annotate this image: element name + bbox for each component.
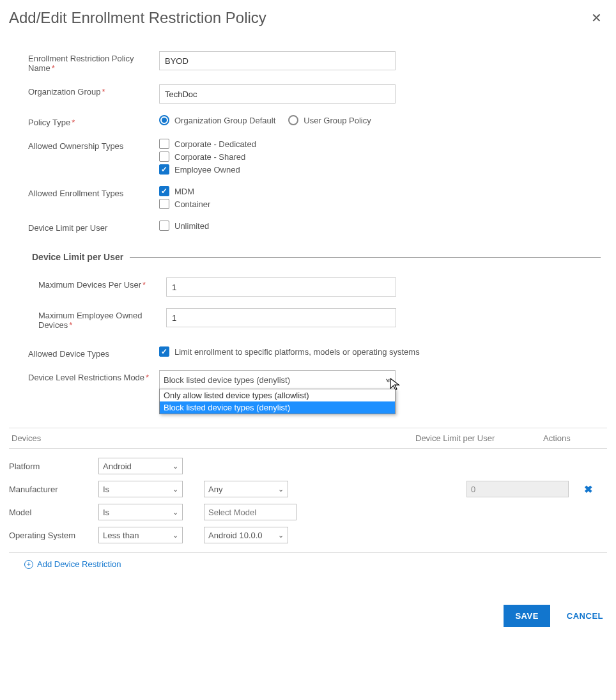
os-label: Operating System bbox=[9, 531, 98, 540]
org-group-input[interactable] bbox=[159, 84, 396, 104]
enrollment-container-checkbox[interactable] bbox=[159, 199, 169, 209]
restrictions-mode-label: Device Level Restrictions Mode* bbox=[28, 370, 159, 382]
devices-header-actions: Actions bbox=[543, 433, 607, 443]
model-label: Model bbox=[9, 508, 98, 517]
devices-header-limit: Device Limit per User bbox=[415, 433, 543, 443]
device-limit-section-title: Device Limit per User bbox=[28, 252, 130, 262]
max-devices-input[interactable] bbox=[166, 277, 396, 297]
policy-type-user-group-radio[interactable] bbox=[288, 115, 298, 125]
platform-label: Platform bbox=[9, 462, 98, 471]
policy-type-org-default-label: Organization Group Default bbox=[174, 116, 275, 125]
max-employee-owned-label: Maximum Employee Owned Devices* bbox=[38, 308, 166, 330]
limit-enrollment-label: Limit enrollment to specific platforms, … bbox=[174, 347, 420, 357]
device-limit-unlimited-label: Unlimited bbox=[174, 221, 209, 231]
org-group-label: Organization Group* bbox=[28, 84, 159, 97]
policy-type-user-group-label: User Group Policy bbox=[304, 116, 371, 125]
device-limit-input[interactable] bbox=[466, 481, 569, 497]
add-device-restriction-link[interactable]: + Add Device Restriction bbox=[9, 553, 121, 569]
ownership-corp-shared-label: Corporate - Shared bbox=[174, 152, 245, 162]
enrollment-mdm-label: MDM bbox=[174, 187, 194, 196]
section-divider-line bbox=[130, 257, 601, 258]
cancel-button[interactable]: CANCEL bbox=[567, 611, 603, 621]
device-limit-label: Device Limit per User bbox=[28, 221, 159, 233]
ownership-employee-owned-checkbox[interactable] bbox=[159, 164, 169, 175]
page-title: Add/Edit Enrollment Restriction Policy bbox=[9, 9, 586, 27]
enrollment-types-label: Allowed Enrollment Types bbox=[28, 186, 159, 198]
manufacturer-label: Manufacturer bbox=[9, 485, 98, 494]
manufacturer-op-select[interactable]: Is⌄ bbox=[98, 481, 183, 497]
policy-name-input[interactable] bbox=[159, 51, 396, 70]
ownership-corp-dedicated-label: Corporate - Dedicated bbox=[174, 139, 256, 149]
restrictions-mode-dropdown[interactable]: Only allow listed device types (allowlis… bbox=[159, 389, 396, 414]
ownership-corp-shared-checkbox[interactable] bbox=[159, 152, 169, 162]
manufacturer-val-select[interactable]: Any⌄ bbox=[204, 481, 288, 497]
save-button[interactable]: SAVE bbox=[504, 605, 550, 627]
restrictions-mode-option-allowlist[interactable]: Only allow listed device types (allowlis… bbox=[160, 389, 395, 401]
remove-restriction-icon[interactable]: ✖ bbox=[569, 483, 607, 495]
chevron-down-icon: ⌄ bbox=[385, 376, 391, 384]
allowed-device-types-label: Allowed Device Types bbox=[28, 346, 159, 359]
plus-icon: + bbox=[24, 560, 33, 569]
enrollment-mdm-checkbox[interactable] bbox=[159, 186, 169, 196]
max-employee-owned-input[interactable] bbox=[166, 308, 396, 327]
ownership-employee-owned-label: Employee Owned bbox=[174, 165, 240, 175]
ownership-corp-dedicated-checkbox[interactable] bbox=[159, 139, 169, 149]
devices-header-devices: Devices bbox=[9, 433, 415, 443]
policy-name-label: Enrollment Restriction Policy Name* bbox=[28, 51, 159, 73]
os-val-select[interactable]: Android 10.0.0⌄ bbox=[204, 527, 288, 543]
model-val-input[interactable] bbox=[204, 504, 296, 520]
ownership-types-label: Allowed Ownership Types bbox=[28, 139, 159, 151]
model-op-select[interactable]: Is⌄ bbox=[98, 504, 183, 520]
limit-enrollment-checkbox[interactable] bbox=[159, 346, 169, 357]
restrictions-mode-select[interactable]: Block listed device types (denylist) ⌄ bbox=[159, 370, 396, 389]
enrollment-container-label: Container bbox=[174, 199, 210, 209]
device-limit-unlimited-checkbox[interactable] bbox=[159, 221, 169, 231]
close-icon[interactable]: ✕ bbox=[586, 8, 607, 28]
restrictions-mode-option-denylist[interactable]: Block listed device types (denylist) bbox=[160, 401, 395, 414]
os-op-select[interactable]: Less than⌄ bbox=[98, 527, 183, 543]
policy-type-label: Policy Type* bbox=[28, 115, 159, 127]
policy-type-org-default-radio[interactable] bbox=[159, 115, 169, 125]
platform-select[interactable]: Android⌄ bbox=[98, 458, 183, 474]
max-devices-label: Maximum Devices Per User* bbox=[38, 277, 166, 290]
